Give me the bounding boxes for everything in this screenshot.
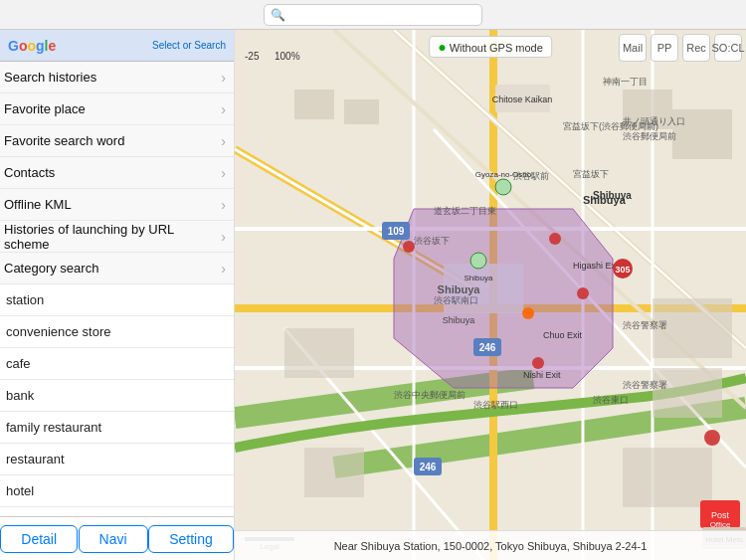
menu-item-category-station[interactable]: station (0, 284, 234, 316)
svg-point-72 (495, 179, 511, 195)
menu-item-histories-url[interactable]: Histories of launching by URL scheme› (0, 221, 234, 253)
menu-arrow-icon: › (221, 70, 226, 86)
detail-button[interactable]: Detail (0, 525, 78, 553)
menu-item-label: hotel (6, 483, 226, 498)
svg-text:Nishi Exit: Nishi Exit (523, 370, 561, 380)
svg-point-41 (577, 287, 589, 299)
menu-item-label: Search histories (4, 70, 221, 85)
menu-item-label: convenience store (6, 324, 226, 339)
svg-text:渋谷坂下: 渋谷坂下 (414, 236, 450, 246)
svg-rect-35 (653, 368, 722, 418)
menu-arrow-icon: › (221, 197, 226, 213)
gps-badge: ● Without GPS mode (429, 36, 552, 58)
svg-text:渋谷警察署: 渋谷警察署 (623, 320, 667, 330)
menu-item-category-hotel[interactable]: hotel (0, 475, 234, 507)
svg-text:渋谷東口: 渋谷東口 (593, 395, 629, 405)
menu-item-label: restaurant (6, 452, 226, 467)
map-status-text: Near Shibuya Station, 150-0002, Tokyo Sh… (334, 540, 648, 552)
menu-item-offline-kml[interactable]: Offline KML› (0, 189, 234, 221)
svg-text:Chuo Exit: Chuo Exit (543, 330, 583, 340)
map-status: Near Shibuya Station, 150-0002, Tokyo Sh… (235, 530, 746, 560)
navi-button[interactable]: Navi (79, 525, 148, 553)
menu-arrow-icon: › (221, 261, 226, 277)
svg-rect-36 (623, 448, 712, 507)
svg-text:Shibuya: Shibuya (465, 274, 493, 282)
menu-arrow-icon: › (221, 165, 226, 181)
menu-item-label: Category search (4, 261, 221, 276)
content-area: Google Select or Search Search histories… (0, 30, 746, 560)
menu-item-contacts[interactable]: Contacts› (0, 157, 234, 189)
menu-item-category-hospital[interactable]: hospital (0, 507, 234, 516)
menu-item-category-cafe[interactable]: cafe (0, 348, 234, 380)
menu-arrow-icon: › (221, 133, 226, 149)
menu-item-favorite-search-word[interactable]: Favorite search word› (0, 125, 234, 157)
svg-text:渋谷警察署: 渋谷警察署 (623, 380, 667, 390)
menu-item-label: bank (6, 388, 226, 403)
svg-text:Shibuya: Shibuya (443, 315, 475, 325)
search-input-wrapper[interactable]: 🔍 (264, 4, 482, 26)
svg-text:神南一丁目: 神南一丁目 (603, 77, 648, 87)
svg-text:渋谷郵便局前: 渋谷郵便局前 (623, 131, 676, 141)
rec-icon-btn[interactable]: Rec (682, 34, 710, 62)
gps-badge-text: Without GPS mode (450, 42, 543, 54)
menu-item-label: family restaurant (6, 420, 226, 435)
svg-text:Shibuya: Shibuya (438, 283, 481, 295)
menu-item-category-search[interactable]: Category search› (0, 253, 234, 284)
sidebar: Google Select or Search Search histories… (0, 30, 235, 560)
search-bar: 🔍 (0, 0, 746, 30)
svg-text:Post: Post (711, 510, 730, 520)
select-or-search-button[interactable]: Select or Search (152, 40, 226, 52)
menu-item-label: Favorite place (4, 101, 221, 116)
svg-text:井ノ頭通り入口: 井ノ頭通り入口 (623, 116, 685, 126)
mail-icon-btn[interactable]: Mail (619, 34, 647, 62)
menu-item-label: Contacts (4, 165, 221, 180)
sidebar-menu: Search histories›Favorite place›Favorite… (0, 62, 234, 516)
svg-point-40 (549, 233, 561, 245)
gps-icon: ● (438, 39, 446, 55)
socl-icon-btn[interactable]: SO:CL (714, 34, 742, 62)
svg-text:渋谷駅西口: 渋谷駅西口 (473, 400, 518, 410)
menu-item-category-bank[interactable]: bank (0, 380, 234, 412)
svg-rect-38 (284, 328, 354, 378)
menu-item-label: station (6, 292, 226, 307)
search-icon: 🔍 (271, 8, 285, 22)
svg-text:Chitose Kaikan: Chitose Kaikan (492, 94, 553, 104)
google-bar: Google Select or Search (0, 30, 234, 62)
app-container: 🔍 Google Select or Search Search histori… (0, 0, 746, 560)
map-top-right: Mail PP Rec SO:CL (619, 34, 742, 62)
svg-rect-31 (344, 99, 379, 124)
map-area: ● Without GPS mode Mail PP Rec SO:CL (235, 30, 746, 560)
svg-text:246: 246 (479, 342, 496, 353)
search-input[interactable] (289, 8, 468, 22)
menu-arrow-icon: › (221, 101, 226, 117)
menu-item-label: Histories of launching by URL scheme (4, 222, 221, 252)
menu-item-category-restaurant[interactable]: restaurant (0, 444, 234, 475)
menu-item-label: Favorite search word (4, 133, 221, 148)
svg-text:305: 305 (615, 265, 630, 275)
svg-rect-37 (304, 448, 364, 497)
svg-text:246: 246 (420, 462, 437, 472)
google-logo: Google (8, 38, 56, 54)
svg-text:109: 109 (388, 226, 405, 237)
svg-text:-25: -25 (245, 51, 260, 62)
svg-point-74 (470, 253, 486, 269)
map-svg: 246 246 109 Shibuya Higashi Exit Chuo Ex… (235, 30, 746, 560)
menu-item-label: Offline KML (4, 197, 221, 212)
svg-point-44 (704, 430, 720, 446)
svg-point-42 (522, 307, 534, 319)
svg-text:Gyoza-no-Osho: Gyoza-no-Osho (475, 170, 532, 179)
setting-button[interactable]: Setting (148, 525, 234, 553)
svg-text:渋谷駅南口: 渋谷駅南口 (434, 295, 478, 305)
menu-item-category-family-restaurant[interactable]: family restaurant (0, 412, 234, 444)
menu-item-label: cafe (6, 356, 226, 371)
menu-item-search-histories[interactable]: Search histories› (0, 62, 234, 93)
menu-arrow-icon: › (221, 229, 226, 245)
menu-item-category-convenience-store[interactable]: convenience store (0, 316, 234, 348)
svg-text:渋谷中央郵便局前: 渋谷中央郵便局前 (394, 390, 466, 400)
svg-rect-30 (294, 90, 334, 119)
svg-text:Shibuya: Shibuya (593, 190, 632, 201)
svg-point-43 (532, 357, 544, 369)
pp-icon-btn[interactable]: PP (651, 34, 678, 62)
menu-item-favorite-place[interactable]: Favorite place› (0, 93, 234, 125)
svg-text:宮益坂下: 宮益坂下 (573, 169, 609, 179)
